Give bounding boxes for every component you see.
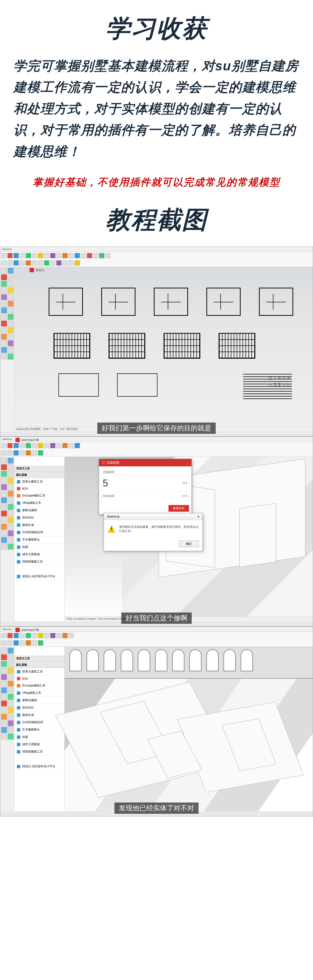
toolbar-icon[interactable] [13, 633, 19, 638]
tool-icon[interactable] [1, 267, 7, 274]
tool-icon[interactable] [8, 700, 14, 706]
toolbar-icon[interactable] [26, 450, 31, 456]
tool-icon[interactable] [8, 281, 14, 287]
tool-icon[interactable] [8, 694, 14, 700]
toolbar-icon[interactable] [50, 260, 55, 266]
toolbar-icon[interactable] [26, 260, 31, 266]
panel-item[interactable]: 理想国建模工具 [14, 748, 64, 756]
panel-item[interactable]: 曲面生成 [14, 522, 64, 529]
toolbar-icon[interactable] [32, 640, 37, 646]
tool-icon[interactable] [8, 537, 14, 543]
tool-icon[interactable] [1, 334, 7, 340]
toolbar-icon[interactable] [50, 253, 55, 258]
tool-icon[interactable] [1, 523, 7, 530]
fix-all-button[interactable]: 修复所有 [169, 505, 189, 512]
tool-icon[interactable] [1, 504, 7, 510]
panel-item[interactable]: Enscape辅助工具 [14, 492, 64, 500]
tool-icon[interactable] [8, 458, 14, 464]
toolbar-icon[interactable] [62, 260, 68, 266]
panel-header[interactable]: 四灵天工具 [14, 655, 64, 662]
toolbar-icon[interactable] [50, 633, 55, 638]
tool-icon[interactable] [8, 464, 14, 470]
tool-icon[interactable] [8, 707, 14, 713]
toolbar-icon[interactable] [68, 443, 74, 448]
panel-item[interactable]: 艺术建模整合 [14, 726, 64, 733]
toolbar-icon[interactable] [68, 253, 74, 258]
tool-icon[interactable] [8, 674, 14, 680]
tool-icon[interactable] [8, 530, 14, 536]
tool-icon[interactable] [8, 314, 14, 320]
panel-item[interactable]: 坚果云建筑工具 [14, 668, 64, 675]
tool-icon[interactable] [8, 687, 14, 693]
toolbar-icon[interactable] [74, 260, 80, 266]
tool-icon[interactable] [1, 301, 7, 307]
panel-item[interactable]: 坚果云建筑工具 [14, 478, 64, 485]
toolbar-icon[interactable] [26, 253, 31, 258]
tool-icon[interactable] [8, 484, 14, 490]
tool-icon[interactable] [8, 294, 14, 300]
panel-item[interactable]: 体块切分 [14, 704, 64, 711]
tool-icon[interactable] [1, 287, 7, 294]
toolbar-icon[interactable] [93, 253, 98, 258]
toolbar-icon[interactable] [13, 443, 19, 448]
tool-icon[interactable] [1, 700, 7, 706]
tool-icon[interactable] [1, 667, 7, 673]
panel-item[interactable]: VRay辅助工具 [14, 500, 64, 507]
tool-icon[interactable] [1, 497, 7, 503]
toolbar-icon[interactable] [32, 443, 37, 448]
tool-icon[interactable] [8, 523, 14, 530]
toolbar-icon[interactable] [7, 640, 13, 646]
tool-icon[interactable] [8, 287, 14, 294]
toolbar-icon[interactable] [62, 633, 68, 638]
toolbar-icon[interactable] [1, 640, 6, 646]
panel-item[interactable]: 城市卫星数据 [14, 551, 64, 558]
tool-icon[interactable] [1, 458, 7, 464]
tool-icon[interactable] [1, 720, 7, 726]
toolbar-icon[interactable] [20, 260, 25, 266]
toolbar-icon[interactable] [74, 443, 80, 448]
toolbar-icon[interactable] [26, 640, 31, 646]
close-icon[interactable]: ✕ [197, 515, 199, 518]
panel-item[interactable]: 城市卫星数据 [14, 741, 64, 748]
tool-icon[interactable] [8, 720, 14, 726]
tool-icon[interactable] [1, 491, 7, 497]
toolbar-icon[interactable] [1, 450, 6, 456]
tool-icon[interactable] [1, 471, 7, 477]
toolbar-icon[interactable] [56, 443, 62, 448]
toolbar-icon[interactable] [32, 253, 37, 258]
panel-item[interactable]: 绘图 [14, 733, 64, 741]
tool-icon[interactable] [8, 544, 14, 550]
toolbar-icon[interactable] [50, 443, 55, 448]
dialog-titlebar[interactable]: SketchUp ✕ [104, 513, 202, 520]
toolbar-icon[interactable] [20, 253, 25, 258]
toolbar-icon[interactable] [81, 253, 86, 258]
tool-icon[interactable] [8, 714, 14, 720]
panel-footer-item[interactable]: 精选云·动态组件设计平台 [14, 573, 64, 580]
toolbar-icon[interactable] [38, 260, 43, 266]
toolbar-icon[interactable] [62, 443, 68, 448]
fix-link[interactable]: 修复 [182, 481, 188, 485]
tool-icon[interactable] [8, 667, 14, 673]
toolbar-icon[interactable] [26, 443, 31, 448]
tool-icon[interactable] [1, 674, 7, 680]
panel-item[interactable]: 体块切分 [14, 514, 64, 522]
toolbar-icon[interactable] [7, 443, 13, 448]
tool-icon[interactable] [1, 274, 7, 280]
panel-item[interactable]: 艺术建模整合 [14, 536, 64, 544]
tool-icon[interactable] [8, 511, 14, 517]
tool-icon[interactable] [8, 347, 14, 353]
toolbar-icon[interactable] [26, 633, 31, 638]
viewport-canvas[interactable]: 智达云 [14, 267, 313, 431]
tool-icon[interactable] [1, 320, 7, 326]
toolbar-icon[interactable] [99, 253, 104, 258]
toolbar-icon[interactable] [1, 443, 6, 448]
toolbar-icon[interactable] [20, 443, 25, 448]
panel-header[interactable]: 默认面板 [14, 662, 64, 668]
tool-icon[interactable] [8, 307, 14, 313]
toolbar-icon[interactable] [105, 253, 111, 258]
tool-icon[interactable] [1, 517, 7, 523]
toolbar-icon[interactable] [20, 450, 25, 456]
toolbar-icon[interactable] [13, 253, 19, 258]
panel-header[interactable]: 默认面板 [14, 472, 64, 478]
panel-item[interactable]: liChi [14, 675, 64, 682]
